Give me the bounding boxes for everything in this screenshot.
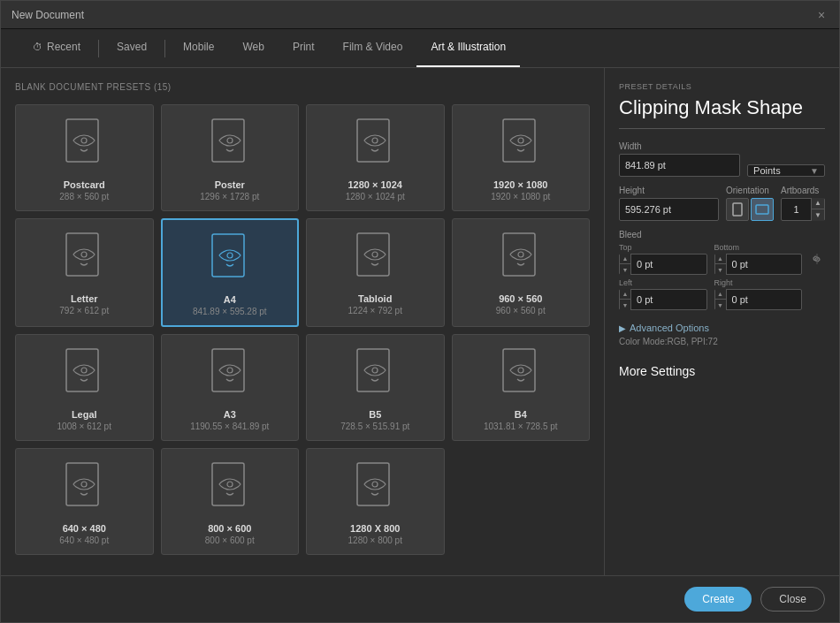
preset-icon-1920x1080 [496, 116, 546, 172]
preset-icon-a3 [205, 346, 255, 402]
tab-saved[interactable]: Saved [103, 28, 161, 67]
bleed-bottom-value: 0 pt [727, 259, 802, 270]
bleed-right-input-wrap[interactable]: ▲ ▼ 0 pt [714, 289, 803, 310]
height-input[interactable] [625, 204, 713, 215]
presets-grid: Postcard 288 × 560 pt Poster 1296 × 1728… [15, 104, 590, 555]
svg-rect-18 [212, 349, 244, 391]
preset-icon-b5 [350, 346, 400, 402]
preset-size-letter: 792 × 612 pt [59, 306, 109, 315]
svg-point-15 [518, 252, 523, 257]
link-icon[interactable] [809, 251, 825, 267]
artboards-input[interactable] [782, 204, 811, 215]
tab-divider-2 [164, 40, 165, 57]
preset-icon-tabloid [350, 230, 400, 286]
preset-item-1920x1080[interactable]: 1920 × 1080 1920 × 1080 pt [452, 104, 591, 211]
preset-icon-legal [59, 346, 109, 402]
spacer [619, 378, 825, 561]
preset-item-b5[interactable]: B5 728.5 × 515.91 pt [306, 334, 445, 441]
orientation-label: Orientation [726, 186, 774, 195]
preset-item-960x560[interactable]: 960 × 560 960 × 560 pt [452, 218, 591, 327]
bleed-right-up-button[interactable]: ▲ [715, 289, 726, 300]
height-orient-row: Height Orientation [619, 186, 825, 221]
tab-print-label: Print [293, 41, 315, 53]
preset-item-a4[interactable]: A4 841.89 × 595.28 pt [161, 218, 300, 327]
preset-icon-640x480 [59, 460, 109, 516]
svg-point-19 [227, 368, 233, 373]
tab-mobile[interactable]: Mobile [169, 28, 228, 67]
bleed-top-spinner: ▲ ▼ [620, 254, 631, 275]
bleed-top-down-button[interactable]: ▼ [620, 264, 630, 275]
artboards-down-button[interactable]: ▼ [812, 209, 824, 221]
bleed-top-input-wrap[interactable]: ▲ ▼ 0 pt [619, 254, 707, 275]
tab-web-label: Web [242, 41, 263, 53]
tabs-bar: ⏱ Recent Saved Mobile Web Print Film & V… [1, 29, 839, 68]
artboards-up-button[interactable]: ▲ [812, 198, 824, 209]
preset-item-800x600[interactable]: 800 × 600 800 × 600 pt [161, 448, 300, 555]
svg-point-1 [81, 138, 87, 143]
svg-point-11 [227, 253, 233, 258]
advanced-options-label: Advanced Options [630, 323, 709, 333]
preset-item-letter[interactable]: Letter 792 × 612 pt [15, 218, 154, 327]
tab-art[interactable]: Art & Illustration [416, 28, 520, 67]
bleed-top-bottom-row: Top ▲ ▼ 0 pt Bottom [619, 243, 825, 275]
portrait-button[interactable] [726, 198, 749, 221]
preset-icon-1280x800 [350, 460, 400, 516]
bleed-left-input-wrap[interactable]: ▲ ▼ 0 pt [619, 289, 707, 310]
preset-item-1280x800[interactable]: 1280 X 800 1280 × 800 pt [306, 448, 445, 555]
bleed-right-spinner: ▲ ▼ [715, 289, 727, 310]
preset-title: Clipping Mask Shape [619, 96, 825, 129]
bleed-top-field: Top ▲ ▼ 0 pt [619, 243, 707, 275]
bleed-right-down-button[interactable]: ▼ [715, 300, 726, 310]
bleed-bottom-up-button[interactable]: ▲ [715, 254, 726, 264]
tab-recent[interactable]: ⏱ Recent [19, 28, 95, 67]
unit-select[interactable]: Points Pixels Inches Centimeters Millime… [753, 165, 806, 176]
more-settings-link[interactable]: More Settings [619, 364, 825, 378]
tab-art-label: Art & Illustration [431, 41, 506, 53]
bleed-bottom-down-button[interactable]: ▼ [715, 264, 726, 275]
width-input[interactable] [625, 160, 734, 171]
preset-icon-b4 [496, 346, 546, 402]
tab-print[interactable]: Print [279, 28, 329, 67]
bleed-label: Bleed [619, 230, 825, 239]
preset-name-letter: Letter [71, 293, 98, 304]
bleed-bottom-input-wrap[interactable]: ▲ ▼ 0 pt [714, 254, 803, 275]
svg-rect-20 [357, 349, 389, 391]
preset-item-1280x1024[interactable]: 1280 × 1024 1280 × 1024 pt [306, 104, 445, 211]
height-group: Height [619, 186, 719, 221]
svg-rect-28 [357, 463, 389, 505]
create-button[interactable]: Create [684, 587, 752, 612]
preset-name-b5: B5 [369, 409, 381, 420]
advanced-options-toggle[interactable]: ▶ Advanced Options [619, 323, 825, 333]
unit-group: u Points Pixels Inches Centimeters Milli… [747, 152, 825, 177]
preset-size-800x600: 800 × 600 pt [205, 536, 255, 545]
width-input-wrap[interactable] [619, 154, 740, 177]
preset-size-b5: 728.5 × 515.91 pt [340, 422, 409, 431]
artboards-input-wrap[interactable]: ▲ ▼ [781, 198, 825, 221]
preset-item-b4[interactable]: B4 1031.81 × 728.5 pt [452, 334, 591, 441]
bleed-top-up-button[interactable]: ▲ [620, 254, 630, 264]
artboards-spinner: ▲ ▼ [811, 198, 824, 221]
height-input-wrap[interactable] [619, 198, 719, 221]
bleed-left-down-button[interactable]: ▼ [620, 300, 630, 310]
tab-film[interactable]: Film & Video [329, 28, 417, 67]
preset-name-800x600: 800 × 600 [208, 523, 251, 534]
preset-item-a3[interactable]: A3 1190.55 × 841.89 pt [161, 334, 300, 441]
preset-name-1920x1080: 1920 × 1080 [493, 179, 547, 190]
preset-icon-postcard [59, 116, 109, 172]
preset-item-poster[interactable]: Poster 1296 × 1728 pt [161, 104, 300, 211]
preset-size-b4: 1031.81 × 728.5 pt [484, 422, 558, 431]
landscape-button[interactable] [751, 198, 774, 221]
tab-web[interactable]: Web [228, 28, 278, 67]
preset-size-a3: 1190.55 × 841.89 pt [190, 422, 269, 431]
preset-item-640x480[interactable]: 640 × 480 640 × 480 pt [15, 448, 154, 555]
preset-name-a4: A4 [224, 294, 236, 305]
preset-item-postcard[interactable]: Postcard 288 × 560 pt [15, 104, 154, 211]
preset-item-tabloid[interactable]: Tabloid 1224 × 792 pt [306, 218, 445, 327]
preset-icon-960x560 [496, 230, 546, 286]
close-button[interactable]: Close [760, 587, 825, 612]
preset-size-a4: 841.89 × 595.28 pt [193, 307, 267, 316]
preset-item-legal[interactable]: Legal 1008 × 612 pt [15, 334, 154, 441]
title-bar-close-button[interactable]: × [814, 8, 829, 22]
unit-select-wrap[interactable]: Points Pixels Inches Centimeters Millime… [747, 164, 825, 177]
bleed-left-up-button[interactable]: ▲ [620, 289, 630, 300]
